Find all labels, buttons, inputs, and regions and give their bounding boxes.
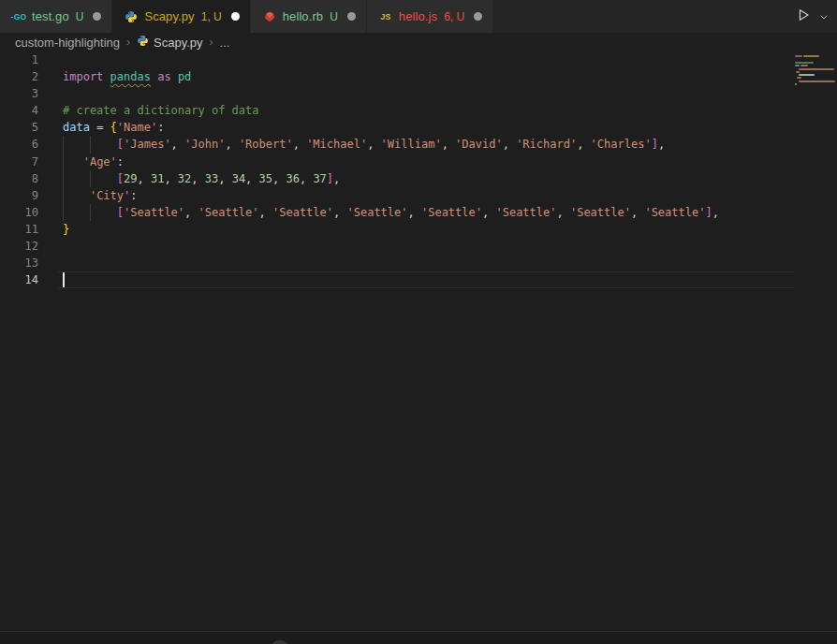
breadcrumb-separator: › (210, 36, 213, 49)
js-icon: JS (380, 12, 390, 22)
tab-git-badge: U (76, 10, 84, 23)
tab-git-badge: 6, U (444, 10, 464, 23)
tab-label: Scapy.py (144, 9, 194, 23)
dirty-dot-icon[interactable] (474, 12, 482, 21)
line-number: 9 (0, 187, 38, 204)
chevron-down-icon (819, 8, 829, 25)
tab-label: hello.rb (283, 9, 323, 23)
line-number: 10 (0, 204, 38, 221)
code-line-11[interactable]: 11} (0, 221, 837, 238)
code-line-13[interactable]: 13 (0, 255, 837, 271)
code-text: import pandas as pd (63, 68, 191, 85)
code-line-6[interactable]: 6 ['James', 'John', 'Robert', 'Michael',… (0, 136, 837, 153)
dirty-dot-icon[interactable] (93, 12, 101, 21)
line-number: 4 (0, 102, 38, 119)
code-line-7[interactable]: 7 'Age': (0, 154, 837, 170)
line-number: 8 (0, 170, 38, 187)
code-text: data = {'Name': (63, 119, 164, 136)
line-number: 2 (0, 68, 38, 85)
code-line-12[interactable]: 12 (0, 238, 837, 255)
code-line-10[interactable]: 10 ['Seattle', 'Seattle', 'Seattle', 'Se… (0, 204, 837, 221)
play-outline-icon (796, 7, 811, 26)
code-text: ['James', 'John', 'Robert', 'Michael', '… (63, 136, 665, 153)
go-icon: -GO (11, 12, 27, 22)
line-number: 5 (0, 119, 38, 136)
breadcrumb-more[interactable]: ... (220, 36, 230, 50)
code-line-3[interactable]: 3 (0, 85, 837, 102)
line-number: 13 (0, 255, 38, 271)
line-number: 3 (0, 85, 38, 102)
text-cursor (63, 272, 65, 287)
code-text: 'Age': (63, 154, 124, 170)
breadcrumb-folder[interactable]: custom-highlighting (15, 36, 120, 50)
ruby-icon (263, 10, 276, 23)
tab-label: hello.js (399, 9, 437, 23)
line-number: 1 (0, 51, 38, 68)
code-line-5[interactable]: 5data = {'Name': (0, 119, 837, 136)
line-number: 14 (0, 271, 38, 288)
code-editor[interactable]: 12import pandas as pd34# create a dictio… (0, 51, 837, 631)
tab-label: test.go (32, 9, 69, 23)
code-line-9[interactable]: 9 'City': (0, 187, 837, 204)
code-text: # create a dictionary of data (63, 102, 259, 119)
line-number: 11 (0, 221, 38, 238)
bottom-panel (0, 632, 837, 644)
code-text: [29, 31, 32, 33, 34, 35, 36, 37], (63, 170, 340, 187)
dirty-dot-icon[interactable] (231, 12, 240, 21)
python-icon (137, 35, 149, 47)
tab-git-badge: U (330, 10, 338, 23)
tab-bar: -GOtest.goUScapy.py1, Uhello.rbUJShello.… (0, 0, 837, 33)
python-icon (137, 35, 149, 50)
breadcrumb-file[interactable]: Scapy.py (137, 35, 203, 50)
tab-Scapy.py[interactable]: Scapy.py1, U (112, 0, 249, 33)
tab-hello.rb[interactable]: hello.rbU (251, 0, 366, 33)
code-text: ['Seattle', 'Seattle', 'Seattle', 'Seatt… (63, 204, 719, 221)
run-dropdown-button[interactable] (816, 6, 831, 28)
code-line-1[interactable]: 1 (0, 51, 837, 68)
breadcrumb-separator: › (126, 36, 130, 49)
line-number: 6 (0, 136, 38, 153)
code-text: } (63, 221, 69, 238)
code-line-4[interactable]: 4# create a dictionary of data (0, 102, 837, 119)
dirty-dot-icon[interactable] (347, 12, 356, 21)
code-line-14[interactable]: 14 (0, 271, 837, 288)
tab-test.go[interactable]: -GOtest.goU (0, 0, 111, 33)
code-text: 'City': (63, 187, 138, 204)
tab-git-badge: 1, U (201, 10, 222, 23)
tab-hello.js[interactable]: JShello.js6, U (367, 0, 492, 33)
current-line-highlight (58, 271, 794, 288)
line-number: 12 (0, 238, 38, 255)
vscode-window: { "tabs": [ {"label":"test.go","icon":"g… (0, 0, 837, 644)
python-icon (125, 10, 138, 23)
code-line-2[interactable]: 2import pandas as pd (0, 68, 837, 85)
line-number: 7 (0, 154, 38, 170)
run-button[interactable] (793, 5, 814, 29)
breadcrumb: custom-highlighting › Scapy.py › ... (0, 33, 837, 51)
code-line-8[interactable]: 8 [29, 31, 32, 33, 34, 35, 36, 37], (0, 170, 837, 187)
editor-actions (793, 0, 831, 33)
